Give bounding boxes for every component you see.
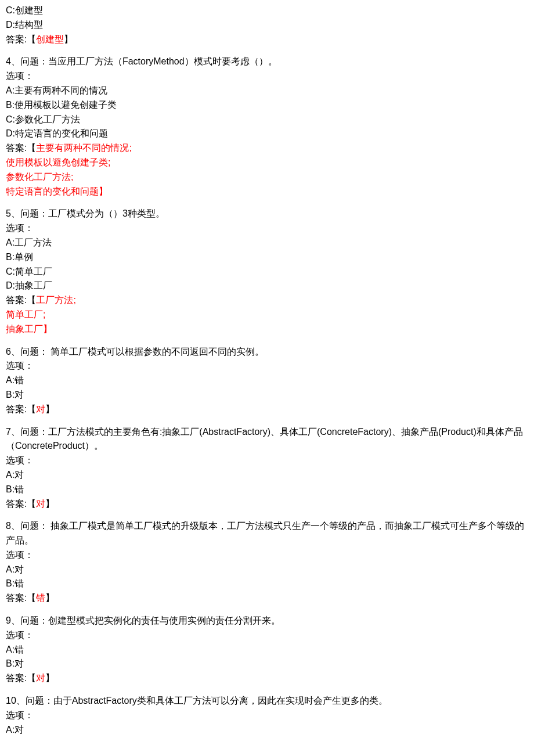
question-text: 6、问题： 简单工厂模式可以根据参数的不同返回不同的实例。	[6, 345, 528, 359]
option-b: B:对	[6, 388, 528, 402]
option-b: B:错	[6, 577, 528, 591]
answer-line: 答案:【对】	[6, 671, 528, 686]
answer-line-3: 参数化工厂方法;	[6, 170, 528, 185]
answer-prefix: 答案:【	[6, 593, 36, 603]
option-a: A:对	[6, 563, 528, 577]
answer-line-1: 答案:【工厂方法;	[6, 293, 528, 308]
option-d: D:抽象工厂	[6, 279, 528, 293]
question-text: 9、问题：创建型模式把实例化的责任与使用实例的责任分割开来。	[6, 614, 528, 628]
answer-suffix: 】	[64, 34, 73, 44]
question-text: 5、问题：工厂模式分为（）3种类型。	[6, 207, 528, 221]
answer-prefix: 答案:【	[6, 673, 36, 683]
question-fragment-top: C:创建型 D:结构型 答案:【创建型】	[6, 3, 528, 46]
question-7: 7、问题：工厂方法模式的主要角色有:抽象工厂(AbstractFactory)、…	[6, 425, 528, 512]
question-text: 10、问题：由于AbstractFactory类和具体工厂方法可以分离，因此在实…	[6, 694, 528, 708]
option-d: D:特定语言的变化和问题	[6, 127, 528, 141]
answer-line-4: 特定语言的变化和问题】	[6, 185, 528, 199]
answer-suffix: 】	[45, 404, 55, 414]
answer-text: 主要有两种不同的情况;	[36, 143, 131, 153]
answer-line-2: 使用模板以避免创建子类;	[6, 156, 528, 170]
answer-suffix: 】	[45, 593, 55, 603]
answer-line: 答案:【创建型】	[6, 33, 528, 47]
question-5: 5、问题：工厂模式分为（）3种类型。 选项： A:工厂方法 B:单例 C:简单工…	[6, 207, 528, 336]
option-d: D:结构型	[6, 18, 528, 33]
answer-text: 错	[36, 593, 45, 603]
option-b: B:对	[6, 657, 528, 671]
option-a: A:主要有两种不同的情况	[6, 84, 528, 98]
answer-line-3: 抽象工厂】	[6, 322, 528, 337]
answer-prefix: 答案:【	[6, 143, 36, 153]
answer-line: 答案:【对】	[6, 497, 528, 512]
option-a: A:对	[6, 468, 528, 483]
option-c: C:参数化工厂方法	[6, 113, 528, 127]
answer-text: 对	[36, 673, 45, 683]
answer-suffix: 】	[45, 499, 55, 509]
question-9: 9、问题：创建型模式把实例化的责任与使用实例的责任分割开来。 选项： A:错 B…	[6, 614, 528, 686]
answer-text: 对	[36, 404, 45, 414]
options-label: 选项：	[6, 708, 528, 723]
options-label: 选项：	[6, 453, 528, 468]
option-b: B:错	[6, 483, 528, 497]
options-label: 选项：	[6, 359, 528, 373]
option-a: A:工厂方法	[6, 236, 528, 250]
answer-text: 工厂方法;	[36, 295, 75, 305]
options-label: 选项：	[6, 69, 528, 84]
option-c: C:简单工厂	[6, 265, 528, 279]
answer-prefix: 答案:【	[6, 404, 36, 414]
answer-text: 对	[36, 499, 45, 509]
answer-line: 答案:【错】	[6, 591, 528, 606]
question-text: 8、问题： 抽象工厂模式是简单工厂模式的升级版本，工厂方法模式只生产一个等级的产…	[6, 519, 528, 548]
answer-prefix: 答案:【	[6, 34, 36, 44]
options-label: 选项：	[6, 221, 528, 236]
option-c: C:创建型	[6, 3, 528, 18]
question-text: 4、问题：当应用工厂方法（FactoryMethod）模式时要考虑（）。	[6, 55, 528, 69]
question-4: 4、问题：当应用工厂方法（FactoryMethod）模式时要考虑（）。 选项：…	[6, 55, 528, 199]
question-10: 10、问题：由于AbstractFactory类和具体工厂方法可以分离，因此在实…	[6, 694, 528, 737]
answer-line-2: 简单工厂;	[6, 308, 528, 322]
question-text: 7、问题：工厂方法模式的主要角色有:抽象工厂(AbstractFactory)、…	[6, 425, 528, 454]
answer-prefix: 答案:【	[6, 295, 36, 305]
answer-line: 答案:【对】	[6, 402, 528, 417]
answer-prefix: 答案:【	[6, 499, 36, 509]
answer-suffix: 】	[45, 673, 55, 683]
answer-line-1: 答案:【主要有两种不同的情况;	[6, 141, 528, 156]
options-label: 选项：	[6, 628, 528, 643]
option-a: A:错	[6, 643, 528, 657]
option-a: A:错	[6, 373, 528, 388]
option-b: B:使用模板以避免创建子类	[6, 98, 528, 113]
options-label: 选项：	[6, 548, 528, 563]
option-b: B:单例	[6, 250, 528, 265]
question-8: 8、问题： 抽象工厂模式是简单工厂模式的升级版本，工厂方法模式只生产一个等级的产…	[6, 519, 528, 606]
question-6: 6、问题： 简单工厂模式可以根据参数的不同返回不同的实例。 选项： A:错 B:…	[6, 345, 528, 417]
answer-text: 创建型	[36, 34, 64, 44]
option-a: A:对	[6, 723, 528, 737]
